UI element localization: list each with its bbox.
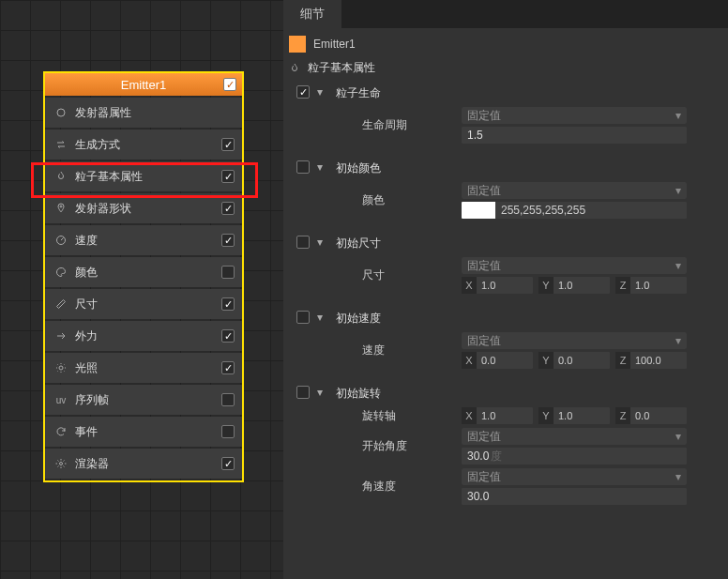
prop-label: 发射器形状: [75, 201, 221, 217]
color-label: 颜色: [289, 192, 462, 208]
size-x[interactable]: X1.0: [462, 277, 533, 294]
prop-label: 生成方式: [75, 137, 221, 153]
expand-icon[interactable]: ▾: [317, 386, 328, 399]
emitter-shape-checkbox[interactable]: [221, 202, 235, 215]
swap-icon: [53, 139, 69, 150]
fire-icon: [289, 63, 300, 74]
expand-icon[interactable]: ▾: [317, 311, 328, 324]
rot-angvel-label: 角速度: [289, 479, 462, 495]
expand-icon[interactable]: ▾: [317, 85, 328, 99]
prop-row-sequence-frame[interactable]: uv序列帧: [45, 385, 242, 415]
life-period-value[interactable]: 1.5: [462, 127, 687, 144]
expand-icon[interactable]: ▾: [317, 160, 328, 174]
init-color-label: 初始颜色: [336, 160, 381, 176]
prop-row-color[interactable]: 颜色: [45, 257, 242, 287]
life-label: 粒子生命: [336, 85, 381, 101]
palette-icon: [53, 267, 69, 278]
rot-start-row: 开始角度 固定值 30.0度: [289, 426, 722, 466]
uv-icon: uv: [53, 395, 69, 405]
lighting-checkbox[interactable]: [221, 361, 235, 374]
emitter-color-swatch[interactable]: [289, 36, 306, 53]
init-color-checkbox[interactable]: [296, 160, 310, 174]
emitter-outline: Emitter1 发射器属性生成方式粒子基本属性发射器形状速度颜色尺寸外力光照u…: [43, 71, 244, 482]
event-checkbox[interactable]: [221, 425, 235, 438]
expand-icon[interactable]: ▾: [317, 236, 328, 249]
svg-point-3: [59, 366, 63, 370]
init-size-checkbox[interactable]: [296, 236, 310, 249]
prop-row-event[interactable]: 事件: [45, 417, 242, 447]
renderer-checkbox[interactable]: [221, 457, 235, 470]
prop-label: 粒子基本属性: [75, 169, 221, 185]
rot-angvel-value[interactable]: 30.0: [462, 488, 687, 505]
group-init-size: ▾ 初始尺寸: [289, 232, 722, 255]
speed-mode[interactable]: 固定值: [462, 332, 687, 349]
gear-icon: [53, 458, 69, 469]
init-size-row: 尺寸 固定值 X1.0 Y1.0 Z1.0: [289, 255, 722, 296]
speed-x[interactable]: X0.0: [462, 352, 533, 369]
init-color-row: 颜色 固定值 255,255,255,255: [289, 180, 722, 221]
size-y[interactable]: Y1.0: [538, 277, 610, 294]
rot-start-mode[interactable]: 固定值: [462, 428, 687, 445]
speed-z[interactable]: Z100.0: [615, 352, 687, 369]
rot-axis-z[interactable]: Z0.0: [615, 407, 687, 424]
detail-header: Emitter1: [283, 28, 728, 56]
prop-label: 光照: [75, 360, 221, 376]
particle-base-checkbox[interactable]: [221, 170, 235, 183]
color-field[interactable]: 255,255,255,255: [462, 202, 687, 219]
life-period-mode[interactable]: 固定值: [462, 107, 687, 124]
rot-axis-y[interactable]: Y1.0: [538, 407, 610, 424]
rot-axis-label: 旋转轴: [289, 408, 462, 424]
prop-row-emitter-props[interactable]: 发射器属性: [45, 98, 242, 128]
size-z[interactable]: Z1.0: [615, 277, 687, 294]
sequence-frame-checkbox[interactable]: [221, 393, 235, 406]
size-xyz: X1.0 Y1.0 Z1.0: [462, 277, 687, 294]
section-title-label: 粒子基本属性: [308, 60, 375, 76]
svg-point-0: [57, 109, 65, 116]
life-checkbox[interactable]: [296, 85, 310, 99]
life-period-label: 生命周期: [289, 117, 462, 133]
rot-axis-x[interactable]: X1.0: [462, 407, 533, 424]
prop-label: 渲染器: [75, 456, 221, 472]
prop-row-renderer[interactable]: 渲染器: [45, 449, 242, 479]
color-swatch[interactable]: [462, 202, 495, 219]
spawn-mode-checkbox[interactable]: [221, 138, 235, 151]
emitter-title: Emitter1: [45, 78, 242, 92]
rot-angvel-row: 角速度 固定值 30.0: [289, 466, 722, 507]
refresh-icon: [53, 426, 69, 437]
size-checkbox[interactable]: [221, 297, 235, 311]
init-size-label: 初始尺寸: [336, 236, 381, 251]
color-mode[interactable]: 固定值: [462, 182, 687, 199]
speed-checkbox[interactable]: [221, 234, 235, 247]
prop-row-size[interactable]: 尺寸: [45, 289, 242, 319]
size-mode[interactable]: 固定值: [462, 257, 687, 274]
ruler-icon: [53, 298, 69, 310]
rot-angvel-mode[interactable]: 固定值: [462, 468, 687, 485]
group-init-color: ▾ 初始颜色: [289, 157, 722, 180]
init-speed-row: 速度 固定值 X0.0 Y0.0 Z100.0: [289, 330, 722, 371]
prop-label: 外力: [75, 328, 221, 344]
speed-label: 速度: [289, 343, 462, 358]
prop-row-lighting[interactable]: 光照: [45, 353, 242, 383]
tab-details[interactable]: 细节: [283, 0, 341, 28]
emitter-header[interactable]: Emitter1: [45, 73, 242, 96]
color-checkbox[interactable]: [221, 266, 235, 279]
gauge-icon: [53, 235, 69, 246]
prop-row-particle-base[interactable]: 粒子基本属性: [45, 161, 242, 191]
prop-row-spawn-mode[interactable]: 生成方式: [45, 130, 242, 160]
init-rot-checkbox[interactable]: [296, 386, 310, 399]
prop-row-speed[interactable]: 速度: [45, 225, 242, 255]
init-speed-checkbox[interactable]: [296, 311, 310, 324]
prop-label: 发射器属性: [75, 105, 235, 121]
prop-label: 速度: [75, 233, 221, 249]
fire-icon: [53, 171, 69, 182]
circle-icon: [53, 107, 69, 118]
rot-start-value[interactable]: 30.0度: [462, 448, 687, 465]
init-rot-label: 初始旋转: [336, 386, 381, 402]
external-force-checkbox[interactable]: [221, 329, 235, 343]
prop-row-external-force[interactable]: 外力: [45, 321, 242, 351]
emitter-enable-checkbox[interactable]: [223, 78, 236, 91]
prop-row-emitter-shape[interactable]: 发射器形状: [45, 193, 242, 223]
detail-body: ▾ 粒子生命 生命周期 固定值 1.5 ▾ 初始颜色 颜色 固定值: [283, 80, 728, 512]
speed-y[interactable]: Y0.0: [538, 352, 610, 369]
section-title: 粒子基本属性: [283, 56, 728, 80]
